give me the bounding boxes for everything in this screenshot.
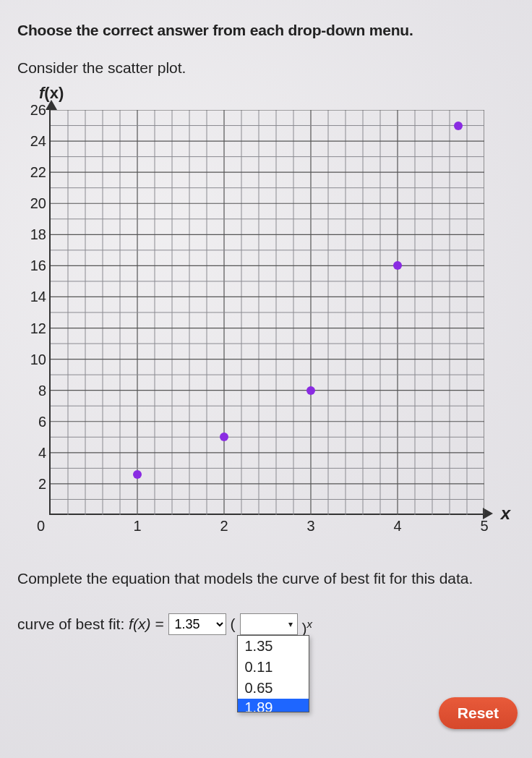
dropdown-option[interactable]: 1.89 xyxy=(238,699,309,712)
instruction-text: Choose the correct answer from each drop… xyxy=(17,22,515,39)
origin-label: 0 xyxy=(37,514,51,535)
y-tick: 12 xyxy=(22,320,51,336)
data-point xyxy=(454,122,463,130)
y-tick: 14 xyxy=(22,289,51,305)
consider-text: Consider the scatter plot. xyxy=(17,59,515,77)
equation-row: curve of best fit: f(x) = 1.35 ( ▾ 1.350… xyxy=(17,613,515,639)
dropdown-option[interactable]: 1.35 xyxy=(238,636,309,657)
plot-area: 0 x 246810121416182022242612345 xyxy=(49,110,483,515)
data-point xyxy=(133,470,142,479)
x-tick: 1 xyxy=(133,514,141,535)
y-tick: 2 xyxy=(22,475,51,492)
x-tick: 3 xyxy=(306,514,314,535)
base-select-dropdown: 1.350.110.651.89 xyxy=(237,635,309,712)
y-tick: 22 xyxy=(22,164,51,181)
x-axis-label: x xyxy=(501,503,510,524)
y-tick: 18 xyxy=(22,226,51,243)
curve-label: curve of best fit: f(x) = xyxy=(17,613,164,635)
chevron-down-icon: ▾ xyxy=(288,619,293,629)
open-paren: ( xyxy=(231,613,236,635)
reset-button[interactable]: Reset xyxy=(439,697,518,729)
y-axis-label: f(x) xyxy=(39,84,515,103)
y-tick: 8 xyxy=(22,382,51,399)
y-tick: 24 xyxy=(22,133,51,150)
y-tick: 16 xyxy=(22,257,51,274)
dropdown-option[interactable]: 0.65 xyxy=(238,678,309,699)
y-tick: 6 xyxy=(22,413,51,430)
x-tick: 4 xyxy=(393,514,401,535)
y-tick: 10 xyxy=(22,351,51,367)
x-tick: 2 xyxy=(220,514,228,535)
y-tick: 26 xyxy=(22,102,51,119)
data-point xyxy=(306,386,315,395)
dropdown-option[interactable]: 0.11 xyxy=(238,657,309,678)
base-select[interactable]: ▾ xyxy=(240,613,298,635)
completion-prompt: Complete the equation that models the cu… xyxy=(17,570,515,587)
y-tick: 4 xyxy=(22,444,51,461)
coefficient-select[interactable]: 1.35 xyxy=(168,613,226,635)
y-tick: 20 xyxy=(22,195,51,212)
scatter-plot: 0 x 246810121416182022242612345 xyxy=(17,103,494,551)
x-tick: 5 xyxy=(480,514,488,535)
